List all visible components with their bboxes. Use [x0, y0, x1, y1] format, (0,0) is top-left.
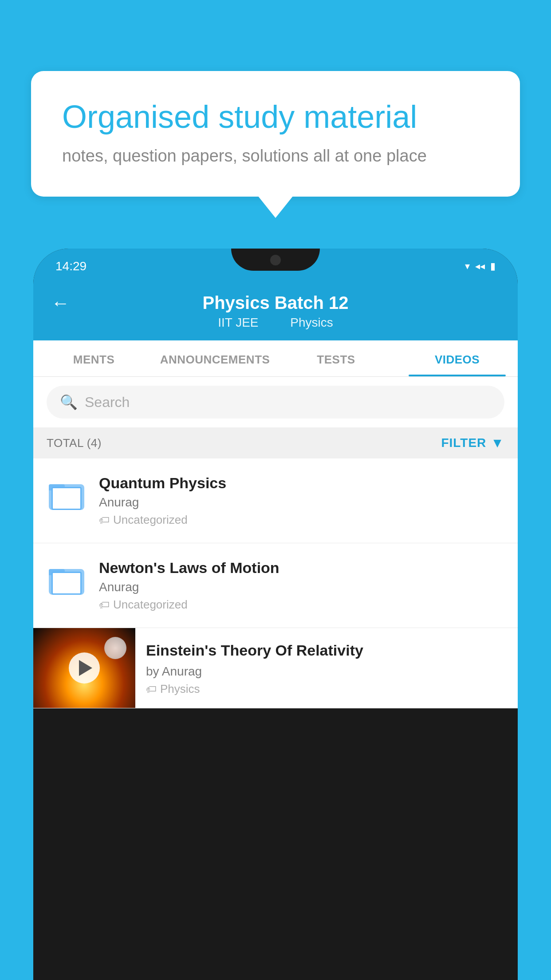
app-header: ← Physics Batch 12 IIT JEE Physics: [33, 284, 518, 340]
tab-videos[interactable]: VIDEOS: [397, 340, 518, 376]
play-icon: [79, 660, 92, 676]
item-author: by Anurag: [146, 664, 509, 679]
tab-ments[interactable]: MENTS: [33, 340, 154, 376]
tag-icon: 🏷: [146, 683, 157, 695]
total-count: TOTAL (4): [47, 436, 102, 450]
tab-bar: MENTS ANNOUNCEMENTS TESTS VIDEOS: [33, 340, 518, 377]
search-placeholder: Search: [85, 394, 130, 411]
item-content: Quantum Physics Anurag 🏷 Uncategorized: [99, 474, 504, 527]
search-icon: 🔍: [60, 394, 78, 411]
video-thumbnail: [33, 628, 135, 708]
item-content: Newton's Laws of Motion Anurag 🏷 Uncateg…: [99, 559, 504, 612]
speech-bubble-title: Organised study material: [62, 98, 489, 136]
item-folder-icon: [47, 559, 87, 599]
tag-icon: 🏷: [99, 599, 110, 611]
item-title: Newton's Laws of Motion: [99, 559, 504, 577]
item-title: Einstein's Theory Of Relativity: [146, 640, 509, 660]
speech-bubble-card: Organised study material notes, question…: [31, 71, 520, 197]
video-item-thumbnail[interactable]: Einstein's Theory Of Relativity by Anura…: [33, 628, 518, 708]
header-title: Physics Batch 12: [51, 293, 500, 313]
header-tag2: Physics: [290, 316, 333, 329]
camera-notch: [270, 255, 281, 265]
item-tag: 🏷 Uncategorized: [99, 598, 504, 612]
filter-button[interactable]: FILTER ▼: [441, 435, 504, 450]
tab-tests[interactable]: TESTS: [276, 340, 397, 376]
video-item[interactable]: Quantum Physics Anurag 🏷 Uncategorized: [33, 458, 518, 543]
item-folder-icon: [47, 474, 87, 514]
filter-row: TOTAL (4) FILTER ▼: [33, 427, 518, 458]
item-tag: 🏷 Physics: [146, 682, 509, 696]
tab-announcements[interactable]: ANNOUNCEMENTS: [154, 340, 276, 376]
item-author: Anurag: [99, 580, 504, 594]
wifi-icon: ▾: [465, 261, 470, 272]
header-tag1: IIT JEE: [218, 316, 258, 329]
tag-icon: 🏷: [99, 514, 110, 526]
item-tag: 🏷 Uncategorized: [99, 513, 504, 527]
search-bar[interactable]: 🔍 Search: [47, 386, 504, 419]
play-button[interactable]: [69, 652, 100, 684]
video-item[interactable]: Newton's Laws of Motion Anurag 🏷 Uncateg…: [33, 543, 518, 628]
search-area: 🔍 Search: [33, 377, 518, 427]
back-button[interactable]: ←: [51, 292, 70, 314]
header-subtitle: IIT JEE Physics: [211, 316, 340, 330]
signal-icon: ◂◂: [475, 261, 485, 272]
status-time: 14:29: [55, 259, 87, 273]
item-title: Quantum Physics: [99, 474, 504, 492]
thumb-content: Einstein's Theory Of Relativity by Anura…: [135, 628, 518, 705]
phone-frame: 14:29 ▾ ◂◂ ▮ ← Physics Batch 12 IIT JEE …: [33, 249, 518, 980]
item-author: Anurag: [99, 495, 504, 510]
status-bar: 14:29 ▾ ◂◂ ▮: [33, 249, 518, 284]
video-list: Quantum Physics Anurag 🏷 Uncategorized N…: [33, 458, 518, 708]
status-icons: ▾ ◂◂ ▮: [465, 261, 496, 272]
filter-icon: ▼: [491, 435, 504, 450]
speech-bubble-subtitle: notes, question papers, solutions all at…: [62, 146, 489, 166]
battery-icon: ▮: [490, 261, 496, 272]
